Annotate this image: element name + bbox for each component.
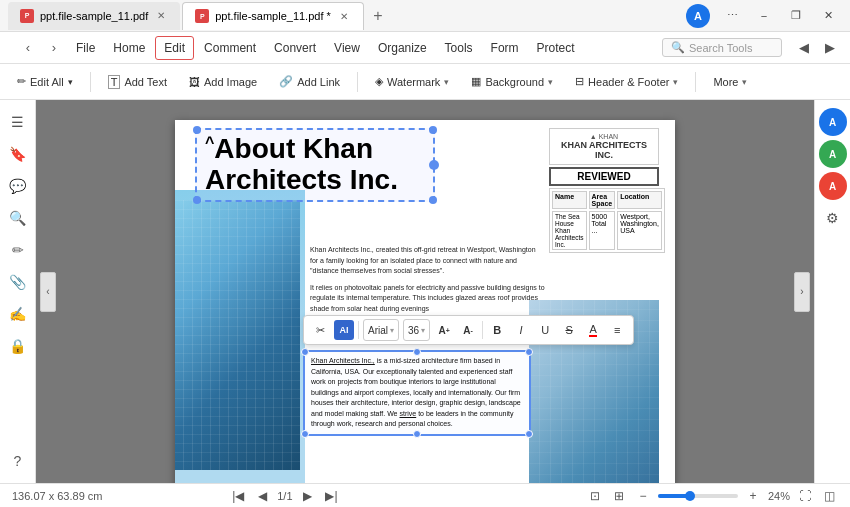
sel-handle-bm xyxy=(413,430,421,438)
color-btn[interactable]: A xyxy=(583,320,603,340)
format-toolbar: ✂ AI Arial ▾ 36 ▾ A+ A- B I U xyxy=(303,315,634,345)
add-text-btn[interactable]: T Add Text xyxy=(99,70,176,94)
sidebar-help-icon[interactable]: ? xyxy=(4,447,32,475)
table-cell-location: Westport, Washington, USA xyxy=(617,211,662,250)
page-back-btn[interactable]: ◀ xyxy=(792,37,816,59)
handle-bl xyxy=(193,196,201,204)
split-view-btn[interactable]: ◫ xyxy=(820,487,838,505)
bold-btn[interactable]: B xyxy=(487,320,507,340)
zoom-slider[interactable] xyxy=(658,494,738,498)
tab-1[interactable]: P ppt.file-sample_11.pdf ✕ xyxy=(8,2,180,30)
menu-convert[interactable]: Convert xyxy=(266,37,324,59)
dimensions-label: 136.07 x 63.89 cm xyxy=(12,490,103,502)
underline-btn[interactable]: U xyxy=(535,320,555,340)
menu-protect[interactable]: Protect xyxy=(529,37,583,59)
sidebar-bookmark-icon[interactable]: 🔖 xyxy=(4,140,32,168)
scroll-left[interactable]: ‹ xyxy=(40,272,56,312)
next-page-btn[interactable]: ▶ xyxy=(299,487,317,505)
font-name-select[interactable]: Arial ▾ xyxy=(363,319,399,341)
sidebar-comment-icon[interactable]: 💬 xyxy=(4,172,32,200)
user-avatar[interactable]: A xyxy=(686,4,710,28)
prev-page-btn[interactable]: ◀ xyxy=(253,487,271,505)
menu-file[interactable]: File xyxy=(68,37,103,59)
fit-page-btn[interactable]: ⊡ xyxy=(586,487,604,505)
pdf-page: ^About Khan Architects Inc. ▲ KHAN KHAN … xyxy=(175,120,675,483)
more-btn[interactable]: More xyxy=(704,71,756,93)
font-size-up[interactable]: A+ xyxy=(434,320,454,340)
tab-1-icon: P xyxy=(20,9,34,23)
menu-home[interactable]: Home xyxy=(105,37,153,59)
table-cell-area: 5000 Total ... xyxy=(589,211,616,250)
background-icon: ▦ xyxy=(471,75,481,88)
more-label: More xyxy=(713,76,738,88)
building-left-image xyxy=(175,200,300,470)
sel-handle-bl xyxy=(301,430,309,438)
page-forward-btn[interactable]: ▶ xyxy=(818,37,842,59)
font-size-down[interactable]: A- xyxy=(458,320,478,340)
tab-1-close[interactable]: ✕ xyxy=(154,9,168,23)
right-icon-red[interactable]: A xyxy=(819,172,847,200)
strikethrough-btn[interactable]: S xyxy=(559,320,579,340)
menu-edit[interactable]: Edit xyxy=(155,36,194,60)
sidebar-sign-icon[interactable]: ✍ xyxy=(4,300,32,328)
zoom-out-btn[interactable]: − xyxy=(634,487,652,505)
menu-tools[interactable]: Tools xyxy=(437,37,481,59)
menu-organize[interactable]: Organize xyxy=(370,37,435,59)
align-btn[interactable]: ≡ xyxy=(607,320,627,340)
menu-form[interactable]: Form xyxy=(483,37,527,59)
add-tab-button[interactable]: + xyxy=(366,4,390,28)
minimize-btn[interactable]: − xyxy=(750,6,778,26)
tab-2[interactable]: P ppt.file-sample_11.pdf * ✕ xyxy=(182,2,364,30)
cursor-handle xyxy=(429,160,439,170)
right-icon-blue[interactable]: A xyxy=(819,108,847,136)
window-controls: ⋯ − ❐ ✕ xyxy=(718,6,842,26)
header-footer-btn[interactable]: ⊟ Header & Footer xyxy=(566,70,687,93)
scroll-right[interactable]: › xyxy=(794,272,810,312)
body-text-area: Khan Architects Inc., created this off-g… xyxy=(310,245,545,314)
fit-width-btn[interactable]: ⊞ xyxy=(610,487,628,505)
zoom-thumb xyxy=(685,491,695,501)
font-size-select[interactable]: 36 ▾ xyxy=(403,319,430,341)
sidebar-thumbnail-icon[interactable]: ☰ xyxy=(4,108,32,136)
watermark-btn[interactable]: ◈ Watermark xyxy=(366,70,458,93)
sidebar-lock-icon[interactable]: 🔒 xyxy=(4,332,32,360)
add-image-btn[interactable]: 🖼 Add Image xyxy=(180,71,266,93)
settings-btn[interactable]: ⋯ xyxy=(718,6,746,26)
tab-2-label: ppt.file-sample_11.pdf * xyxy=(215,10,331,22)
header-footer-label: Header & Footer xyxy=(588,76,669,88)
first-page-btn[interactable]: |◀ xyxy=(229,487,247,505)
add-text-label: Add Text xyxy=(124,76,167,88)
zoom-in-btn[interactable]: + xyxy=(744,487,762,505)
ai-btn[interactable]: AI xyxy=(334,320,354,340)
sidebar-search-icon[interactable]: 🔍 xyxy=(4,204,32,232)
menu-view[interactable]: View xyxy=(326,37,368,59)
forward-btn[interactable]: › xyxy=(42,37,66,59)
title-textbox[interactable]: ^About Khan Architects Inc. xyxy=(195,128,435,202)
add-text-icon: T xyxy=(108,75,121,89)
menu-comment[interactable]: Comment xyxy=(196,37,264,59)
pdf-viewer[interactable]: ‹ ^About Khan Architects Inc. ▲ K xyxy=(36,100,814,483)
zoom-area: ⊡ ⊞ − + 24% ⛶ ◫ xyxy=(586,487,838,505)
cut-btn[interactable]: ✂ xyxy=(310,320,330,340)
tab-2-close[interactable]: ✕ xyxy=(337,9,351,23)
sidebar-attach-icon[interactable]: 📎 xyxy=(4,268,32,296)
background-btn[interactable]: ▦ Background xyxy=(462,70,562,93)
fmt-sep-1 xyxy=(358,321,359,339)
last-page-btn[interactable]: ▶| xyxy=(323,487,341,505)
right-icon-green[interactable]: A xyxy=(819,140,847,168)
restore-btn[interactable]: ❐ xyxy=(782,6,810,26)
right-icon-settings[interactable]: ⚙ xyxy=(819,204,847,232)
sidebar-edit-icon[interactable]: ✏ xyxy=(4,236,32,264)
fullscreen-btn[interactable]: ⛶ xyxy=(796,487,814,505)
desc-textbox[interactable]: Khan Architects Inc., is a mid-sized arc… xyxy=(303,350,531,436)
add-link-btn[interactable]: 🔗 Add Link xyxy=(270,70,349,93)
sep-2 xyxy=(357,72,358,92)
logo-box: ▲ KHAN KHAN ARCHITECTS INC. xyxy=(549,128,659,165)
header-footer-icon: ⊟ xyxy=(575,75,584,88)
back-btn[interactable]: ‹ xyxy=(16,37,40,59)
edit-all-btn[interactable]: ✏ Edit All ▾ xyxy=(8,70,82,93)
page-indicator: 1/1 xyxy=(277,490,292,502)
search-tools[interactable]: 🔍 Search Tools xyxy=(662,38,782,57)
italic-btn[interactable]: I xyxy=(511,320,531,340)
close-btn[interactable]: ✕ xyxy=(814,6,842,26)
